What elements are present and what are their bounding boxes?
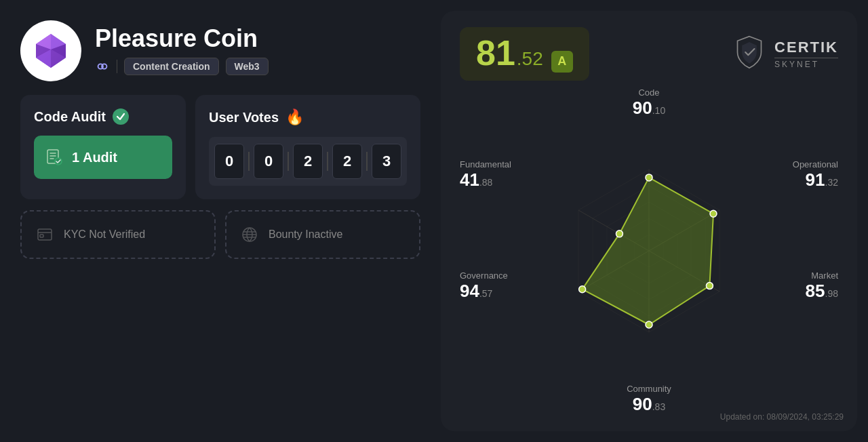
- tag-content-creation[interactable]: Content Creation: [124, 58, 219, 75]
- label-market: Market 85.98: [806, 270, 838, 302]
- project-header: Pleasure Coin Content Creation Web3: [20, 20, 420, 81]
- vote-sep-2: [327, 152, 328, 171]
- certik-text: CERTIK SKYNET: [774, 39, 838, 69]
- label-operational: Operational 91.32: [793, 159, 838, 190]
- certik-name: CERTIK: [774, 39, 838, 56]
- certik-shield-icon: [732, 35, 766, 72]
- score-grade: A: [551, 51, 573, 73]
- vote-sep-3: [366, 152, 368, 171]
- vote-digit-1: 0: [254, 144, 283, 179]
- label-community: Community 90.83: [627, 384, 671, 415]
- user-votes-card: User Votes 🔥 0 0 2 2 3: [195, 95, 420, 199]
- vote-sep-0: [248, 152, 250, 171]
- cards-row-2: KYC Not Verified Bounty Inactive: [20, 210, 420, 259]
- bounty-card[interactable]: Bounty Inactive: [225, 210, 420, 259]
- vote-display: 0 0 2 2 3: [209, 137, 407, 186]
- vote-sep-1: [288, 152, 289, 171]
- header-info: Pleasure Coin Content Creation Web3: [95, 26, 269, 75]
- vote-digit-4: 3: [372, 144, 401, 179]
- radar-container: Code 90.10 Operational 91.32 Market 85.9…: [460, 87, 838, 416]
- label-governance: Governance 94.57: [460, 270, 508, 302]
- chain-icon: [95, 59, 110, 74]
- svg-rect-13: [40, 235, 43, 237]
- vote-digit-0: 0: [214, 144, 244, 179]
- updated-text: Updated on: 08/09/2024, 03:25:29: [720, 412, 844, 422]
- certik-sub: SKYNET: [774, 58, 838, 69]
- header-tags: Content Creation Web3: [95, 58, 269, 75]
- cards-row-1: Code Audit 1 Audit User V: [20, 95, 420, 199]
- certik-logo: CERTIK SKYNET: [732, 35, 838, 72]
- score-decimal: .52: [517, 48, 543, 70]
- project-name: Pleasure Coin: [95, 26, 269, 51]
- vote-digit-2: 2: [293, 144, 323, 179]
- vote-digit-3: 2: [332, 144, 362, 179]
- right-panel: 81 .52 A CERTIK SKYNET: [441, 11, 857, 431]
- kyc-card[interactable]: KYC Not Verified: [20, 210, 216, 259]
- check-icon: [113, 108, 129, 125]
- project-logo: [20, 20, 81, 81]
- code-audit-title: Code Audit: [34, 108, 172, 125]
- fire-icon: 🔥: [285, 108, 304, 126]
- score-box: 81 .52 A: [460, 27, 589, 81]
- radar-labels: Code 90.10 Operational 91.32 Market 85.9…: [460, 87, 838, 416]
- label-code: Code 90.10: [633, 87, 665, 119]
- tag-web3[interactable]: Web3: [226, 58, 269, 75]
- label-fundamental: Fundamental 41.88: [460, 159, 511, 190]
- right-header: 81 .52 A CERTIK SKYNET: [460, 27, 838, 81]
- divider: [117, 60, 117, 73]
- user-votes-title: User Votes 🔥: [209, 108, 407, 126]
- audit-box[interactable]: 1 Audit: [34, 136, 172, 179]
- score-main: 81: [476, 35, 515, 71]
- code-audit-card: Code Audit 1 Audit: [20, 95, 186, 199]
- left-panel: Pleasure Coin Content Creation Web3 Code…: [0, 0, 441, 442]
